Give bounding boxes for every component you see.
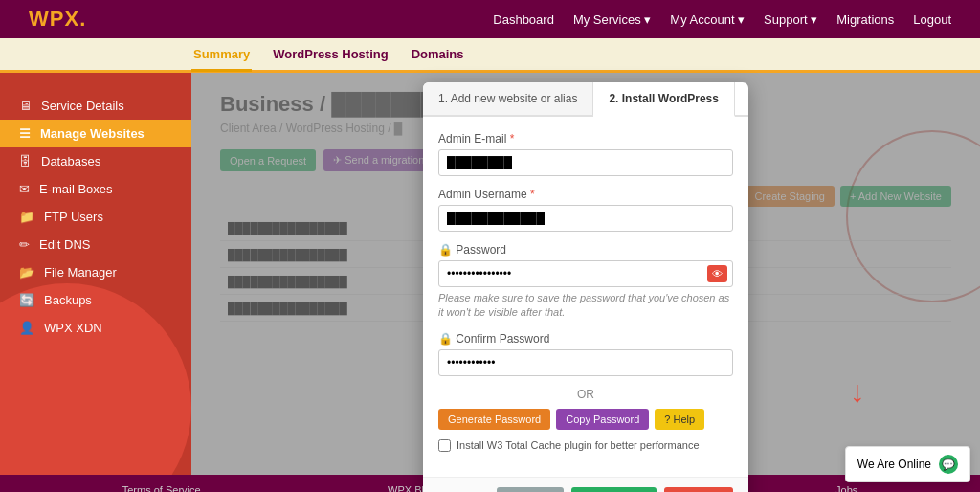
generate-buttons: Generate Password Copy Password ? Help <box>438 409 733 430</box>
confirm-password-input[interactable] <box>438 349 733 376</box>
backup-icon: 🔄 <box>19 293 34 307</box>
email-icon: ✉ <box>19 182 30 196</box>
chat-label: We Are Online <box>858 458 931 471</box>
monitor-icon: 🖥 <box>19 99 32 113</box>
sidebar-item-backups[interactable]: 🔄 Backups <box>0 286 191 314</box>
w3-cache-label: Install W3 Total Cache plugin for better… <box>457 439 700 451</box>
password-label: 🔒 Password <box>438 243 733 257</box>
close-button[interactable]: ✕ Close <box>664 487 733 492</box>
password-input-group: 👁 <box>438 260 733 287</box>
admin-email-group: Admin E-mail * <box>438 132 733 176</box>
password-hint: Please make sure to save the password th… <box>438 291 733 321</box>
brand-name: WPX <box>29 7 79 31</box>
w3-cache-checkbox[interactable] <box>438 439 451 452</box>
password-group: 🔒 Password 👁 Please make sure to save th… <box>438 243 733 321</box>
admin-email-label: Admin E-mail * <box>438 132 733 145</box>
sidebar-item-wpx-xdn[interactable]: 👤 WPX XDN <box>0 314 191 342</box>
xdn-icon: 👤 <box>19 321 34 335</box>
subnav-wp-hosting[interactable]: WordPress Hosting <box>271 39 390 69</box>
top-navigation: WPX. Dashboard My Services ▾ My Account … <box>0 0 980 38</box>
modal-tabs: 1. Add new website or alias 2. Install W… <box>423 82 748 117</box>
nav-migrations[interactable]: Migrations <box>836 12 894 27</box>
sidebar-item-manage-websites[interactable]: ☰ Manage Websites <box>0 120 191 147</box>
admin-username-input[interactable] <box>438 205 733 232</box>
continue-button[interactable]: ✓ Continue <box>571 487 657 492</box>
password-input[interactable] <box>438 260 733 287</box>
nav-support[interactable]: Support ▾ <box>764 12 817 27</box>
subnav-summary[interactable]: Summary <box>191 39 252 72</box>
sidebar-item-email-boxes[interactable]: ✉ E-mail Boxes <box>0 175 191 203</box>
sidebar-item-ftp-users[interactable]: 📁 FTP Users <box>0 203 191 231</box>
sidebar-label-manage-websites: Manage Websites <box>40 126 145 141</box>
help-button[interactable]: ? Help <box>655 409 704 430</box>
modal-footer: ← Back ✓ Continue ✕ Close <box>423 477 748 492</box>
back-button[interactable]: ← Back <box>497 487 564 492</box>
sidebar-label-file-manager: File Manager <box>44 265 117 280</box>
chat-widget[interactable]: We Are Online 💬 <box>845 446 970 482</box>
confirm-password-label: 🔒 Confirm Password <box>438 332 733 346</box>
sidebar-item-edit-dns[interactable]: ✏ Edit DNS <box>0 231 191 258</box>
confirm-password-group: 🔒 Confirm Password <box>438 332 733 376</box>
file-manager-icon: 📂 <box>19 265 34 280</box>
sidebar-item-service-details[interactable]: 🖥 Service Details <box>0 92 191 120</box>
nav-my-services[interactable]: My Services ▾ <box>573 12 651 27</box>
sidebar-label-databases: Databases <box>41 154 100 168</box>
tab-install-wordpress[interactable]: 2. Install WordPress <box>593 82 735 117</box>
or-divider: OR <box>438 388 733 401</box>
admin-username-label: Admin Username * <box>438 188 733 201</box>
admin-email-input[interactable] <box>438 149 733 176</box>
main-area: Business / ████████ .com Client Area / W… <box>191 73 980 475</box>
modal-overlay: 1. Add new website or alias 2. Install W… <box>191 73 980 475</box>
subnav-domains[interactable]: Domains <box>410 39 466 69</box>
copy-password-button[interactable]: Copy Password <box>556 409 649 430</box>
edit-icon: ✏ <box>19 237 30 252</box>
nav-links: Dashboard My Services ▾ My Account ▾ Sup… <box>493 12 951 27</box>
w3-cache-checkbox-group: Install W3 Total Cache plugin for better… <box>438 439 733 452</box>
sidebar-label-service-details: Service Details <box>41 99 124 113</box>
nav-dashboard[interactable]: Dashboard <box>493 12 554 27</box>
sidebar-label-email-boxes: E-mail Boxes <box>39 182 113 196</box>
sidebar-label-wpx-xdn: WPX XDN <box>44 321 102 335</box>
folder-icon: 📁 <box>19 210 34 224</box>
brand-logo: WPX. <box>29 7 86 32</box>
nav-logout[interactable]: Logout <box>913 12 951 27</box>
sidebar-label-backups: Backups <box>44 293 92 307</box>
sidebar-item-databases[interactable]: 🗄 Databases <box>0 147 191 175</box>
modal-body: Admin E-mail * Admin Username * <box>423 117 748 477</box>
grid-icon: ☰ <box>19 126 31 141</box>
tab-add-website[interactable]: 1. Add new website or alias <box>423 82 593 115</box>
database-icon: 🗄 <box>19 154 32 168</box>
generate-password-button[interactable]: Generate Password <box>438 409 550 430</box>
footer-terms[interactable]: Terms of Service <box>122 484 201 492</box>
sidebar-item-file-manager[interactable]: 📂 File Manager <box>0 258 191 286</box>
sub-navigation: Summary WordPress Hosting Domains <box>0 38 980 73</box>
install-wordpress-modal: 1. Add new website or alias 2. Install W… <box>423 82 748 492</box>
nav-my-account[interactable]: My Account ▾ <box>670 12 745 27</box>
show-password-button[interactable]: 👁 <box>707 265 727 282</box>
page-content: 🖥 Service Details ☰ Manage Websites 🗄 Da… <box>0 73 980 475</box>
sidebar-label-ftp-users: FTP Users <box>44 210 103 224</box>
sidebar: 🖥 Service Details ☰ Manage Websites 🗄 Da… <box>0 73 191 475</box>
chat-icon: 💬 <box>939 455 958 474</box>
footer-jobs[interactable]: Jobs <box>835 484 858 492</box>
admin-username-group: Admin Username * <box>438 188 733 232</box>
sidebar-label-edit-dns: Edit DNS <box>39 237 90 252</box>
arrow-annotation: ↓ <box>850 374 865 410</box>
